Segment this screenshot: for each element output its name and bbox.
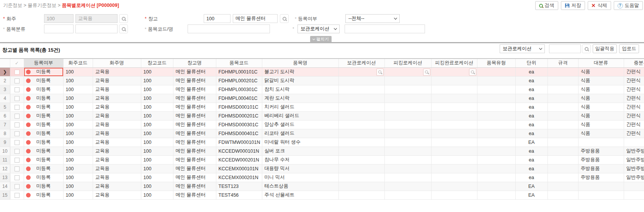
cell-item-code[interactable]: FDWTMW000101N [216,138,262,147]
cell-item-code[interactable]: FDHMSD000201C [216,111,262,120]
cell-picking-loc[interactable] [384,111,431,120]
row-checkbox[interactable] [15,149,20,154]
breadcrumb[interactable]: 기준정보 > 물류기준정보 > 품목별로케이션 [P000009] [3,2,119,9]
cell-status[interactable]: 미등록 [24,155,63,164]
location-search-button[interactable] [423,68,430,76]
cell-picking-loc[interactable] [384,120,431,129]
cell-cat-large[interactable]: 주방용품 [578,173,624,182]
cell-unit[interactable]: ea [515,76,548,85]
cell-shipper-code[interactable]: 100 [63,173,93,182]
cell-spec[interactable] [548,191,578,199]
cell-status[interactable]: 미등록 [24,85,63,94]
cell-status[interactable]: 미등록 [24,173,63,182]
cell-spec[interactable] [548,120,578,129]
cell-picking-loc[interactable] [384,164,431,173]
cell-unit[interactable]: ea [515,129,548,138]
cell-wh-code[interactable]: 100 [141,164,173,173]
cell-wh-code[interactable]: 100 [141,147,173,155]
cell-storage-loc[interactable] [338,85,384,94]
cell-item-type[interactable] [477,67,515,76]
cell-spec[interactable] [548,164,578,173]
breadcrumb-path[interactable]: 기준정보 > 물류기준정보 > [3,3,62,8]
cell-item-type[interactable] [477,120,515,129]
col-cat-mid[interactable]: 중분류 [624,59,644,67]
cell-storage-loc[interactable] [338,67,384,76]
cell-cat-large[interactable]: 식품 [578,120,624,129]
cell-wh-name[interactable]: 메인 물류센터 [173,129,216,138]
cell-storage-loc[interactable] [338,129,384,138]
cell-wh-name[interactable]: 메인 물류센터 [173,67,216,76]
cell-wh-name[interactable]: 메인 물류센터 [173,182,216,191]
cell-status[interactable]: 미등록 [24,182,63,191]
checkbox-cell[interactable] [10,120,24,129]
cell-picking-done-loc[interactable] [431,67,477,76]
cell-spec[interactable] [548,111,578,120]
cell-picking-done-loc[interactable] [431,76,477,85]
cell-shipper-name[interactable]: 교육용 [93,173,141,182]
cell-item-code[interactable]: KCCEMX000101N [216,164,262,173]
cell-picking-done-loc[interactable] [431,111,477,120]
checkbox-cell[interactable] [10,129,24,138]
cell-picking-loc[interactable] [384,94,431,103]
cell-shipper-code[interactable]: 100 [63,103,93,111]
cell-cat-large[interactable]: 식품 [578,76,624,85]
location-search-button[interactable] [469,68,476,76]
cell-shipper-code[interactable]: 100 [63,182,93,191]
cell-spec[interactable] [548,155,578,164]
col-item-name[interactable]: 품목명 [262,59,338,67]
row-selector[interactable]: 2 [0,76,10,85]
row-checkbox[interactable] [15,122,20,127]
cell-picking-loc[interactable] [384,129,431,138]
cell-item-code[interactable]: TEST123 [216,182,262,191]
cell-wh-code[interactable]: 100 [141,94,173,103]
cell-item-type[interactable] [477,173,515,182]
cell-shipper-code[interactable]: 100 [63,120,93,129]
cell-unit[interactable]: ea [515,147,548,155]
cell-status[interactable]: 미등록 [24,147,63,155]
checkbox-cell[interactable] [10,173,24,182]
cell-wh-code[interactable]: 100 [141,76,173,85]
cell-shipper-name[interactable]: 교육용 [93,103,141,111]
cell-item-type[interactable] [477,129,515,138]
row-selector[interactable]: 13 [0,173,10,182]
col-picking-done-loc[interactable]: 피킹완료로케이션 [431,59,477,67]
cell-shipper-code[interactable]: 100 [63,147,93,155]
cell-item-name[interactable]: 불고기 도시락 [262,67,338,76]
row-selector[interactable]: ❯ [0,67,10,76]
checkbox-cell[interactable] [10,182,24,191]
cell-cat-mid[interactable]: 간편식 [624,76,644,85]
cell-shipper-code[interactable]: 100 [63,155,93,164]
cell-cat-mid[interactable]: 간편식 [624,111,644,120]
cell-unit[interactable]: ea [515,85,548,94]
apply-all-button[interactable]: 일괄적용 [593,44,617,53]
cell-cat-mid[interactable]: 일반주방 [624,155,644,164]
cell-item-code[interactable]: FDHMPL000101C [216,67,262,76]
cell-storage-loc[interactable] [338,76,384,85]
cell-unit[interactable]: ea [515,103,548,111]
cell-storage-loc[interactable] [338,155,384,164]
cell-storage-loc[interactable] [338,191,384,199]
cell-shipper-name[interactable]: 교육용 [93,111,141,120]
cell-cat-large[interactable]: 주방용품 [578,155,624,164]
bulk-location-select[interactable]: 보관로케이션 [500,44,545,53]
item-class-code-field[interactable] [44,24,74,33]
item-class-search-button[interactable] [119,24,128,33]
cell-picking-done-loc[interactable] [431,182,477,191]
checkbox-cell[interactable] [10,155,24,164]
cell-cat-mid[interactable] [624,138,644,147]
cell-item-name[interactable]: 리코타 샐러드 [262,129,338,138]
cell-cat-large[interactable]: 식품 [578,94,624,103]
cell-unit[interactable]: EA [515,191,548,199]
cell-status[interactable]: 미등록 [24,103,63,111]
cell-item-type[interactable] [477,147,515,155]
cell-cat-large[interactable]: 식품 [578,85,624,94]
cell-wh-code[interactable]: 100 [141,67,173,76]
cell-item-name[interactable]: 미네랄 워터 생수 [262,138,338,147]
cell-item-code[interactable]: KCCEDW000101N [216,147,262,155]
cell-spec[interactable] [548,94,578,103]
cell-picking-done-loc[interactable] [431,138,477,147]
row-selector[interactable]: 8 [0,129,10,138]
checkbox-cell[interactable] [10,103,24,111]
cell-shipper-name[interactable]: 교육용 [93,129,141,138]
cell-item-name[interactable]: 대용량 믹서 [262,164,338,173]
